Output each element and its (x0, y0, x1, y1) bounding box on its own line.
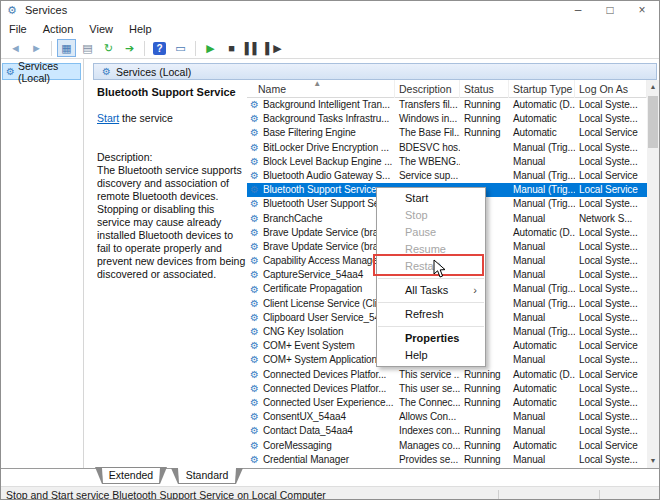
service-name-cell: ⚙Certificate Propagation (247, 282, 395, 296)
close-button[interactable]: × (627, 1, 657, 21)
service-logon-cell: Local Syste... (575, 155, 647, 169)
service-row[interactable]: ⚙Block Level Backup Engine ...The WBENG.… (247, 155, 647, 169)
scrollbar-thumb[interactable] (648, 96, 658, 148)
restart-service-button[interactable]: ▌▶ (264, 39, 283, 57)
window-title: Services (25, 4, 67, 16)
service-name-cell: ⚙Background Tasks Infrastru... (247, 112, 395, 126)
menu-file[interactable]: File (1, 21, 35, 38)
menu-item-label: Start (405, 192, 428, 204)
service-name: BitLocker Drive Encryption ... (263, 141, 389, 155)
service-icon: ⚙ (250, 128, 259, 138)
show-window-button[interactable]: ▭ (171, 39, 190, 57)
stop-service-button[interactable]: ■ (222, 39, 241, 57)
context-menu-stop[interactable]: Stop (377, 207, 485, 224)
service-startup-cell: Manual (509, 240, 575, 254)
service-desc-cell: Manages co... (395, 439, 460, 453)
service-name-cell: ⚙Connected User Experience... (247, 396, 395, 410)
service-logon-cell: Local Syste... (575, 240, 647, 254)
service-row[interactable]: ⚙Contact Data_54aa4Indexes con...Running… (247, 424, 647, 438)
context-menu-all-tasks[interactable]: All Tasks› (377, 282, 485, 299)
service-icon: ⚙ (250, 313, 259, 323)
menu-action[interactable]: Action (35, 21, 82, 38)
service-icon: ⚙ (250, 327, 259, 337)
service-name-cell: ⚙Brave Update Service (brav... (247, 240, 395, 254)
service-icon: ⚙ (250, 355, 259, 365)
properties-button[interactable]: ▤ (78, 39, 97, 57)
service-logon-cell: Local Syste... (575, 197, 647, 211)
service-startup-cell: Manual (Trig... (509, 169, 575, 183)
scroll-up-icon[interactable]: ▲ (647, 80, 659, 94)
column-header-status[interactable]: Status (460, 80, 509, 98)
tab-standard[interactable]: Standard (171, 468, 243, 484)
service-row[interactable]: ⚙Base Filtering EngineThe Base Fil...Run… (247, 126, 647, 140)
mouse-cursor (433, 259, 447, 279)
service-logon-cell: Local Service (575, 169, 647, 183)
back-button[interactable]: ◄ (6, 39, 25, 57)
column-header-startup[interactable]: Startup Type (509, 80, 575, 98)
service-icon: ⚙ (250, 185, 259, 195)
service-row[interactable]: ⚙CoreMessagingManages co...RunningAutoma… (247, 439, 647, 453)
service-startup-cell: Manual (Trig... (509, 297, 575, 311)
service-desc-cell: The Base Fil... (395, 126, 460, 140)
panel-header-icon: ⚙ (102, 67, 111, 77)
service-name: ConsentUX_54aa4 (263, 410, 346, 424)
service-row[interactable]: ⚙ConsentUX_54aa4Allows Con...ManualLocal… (247, 410, 647, 424)
scroll-down-icon[interactable]: ▼ (647, 454, 659, 468)
service-row[interactable]: ⚙Background Tasks Infrastru...Windows in… (247, 112, 647, 126)
export-list-button[interactable]: ➔ (120, 39, 139, 57)
maximize-button[interactable]: □ (595, 1, 625, 21)
context-menu-refresh[interactable]: Refresh (377, 306, 485, 323)
tab-extended[interactable]: Extended (95, 467, 167, 484)
service-startup-cell: Manual (Trig... (509, 197, 575, 211)
service-name-cell: ⚙Bluetooth Audio Gateway S... (247, 169, 395, 183)
context-menu-start[interactable]: Start (377, 190, 485, 207)
column-header-label: Startup Type (513, 83, 572, 95)
tree-item-services-local[interactable]: ⚙ Services (Local) (2, 63, 81, 80)
minimize-button[interactable]: – (563, 1, 593, 21)
service-icon: ⚙ (250, 455, 259, 465)
service-row[interactable]: ⚙Credential ManagerProvides se...Running… (247, 453, 647, 467)
service-row[interactable]: ⚙Connected User Experience...The Connec.… (247, 396, 647, 410)
tab-strip: ExtendedStandard (95, 468, 243, 485)
service-row[interactable]: ⚙Connected Devices Platfor...This user s… (247, 382, 647, 396)
service-logon-cell: Local Syste... (575, 268, 647, 282)
column-header-desc[interactable]: Description (395, 80, 460, 98)
back-icon: ◄ (10, 43, 21, 54)
refresh-button[interactable]: ↻ (99, 39, 118, 57)
context-menu-properties[interactable]: Properties (377, 330, 485, 347)
service-row[interactable]: ⚙Background Intelligent Tran...Transfers… (247, 98, 647, 112)
service-name-cell: ⚙CoreMessaging (247, 439, 395, 453)
service-logon-cell: Local Syste... (575, 254, 647, 268)
refresh-icon: ↻ (104, 43, 113, 54)
service-icon: ⚙ (250, 100, 259, 110)
service-row[interactable]: ⚙Connected Devices Platfor...This servic… (247, 368, 647, 382)
pause-service-button[interactable]: ▌▌ (243, 39, 262, 57)
service-desc-cell: The WBENG... (395, 155, 460, 169)
show-console-tree-button[interactable]: ▦ (57, 39, 76, 57)
vertical-scrollbar[interactable]: ▲ ▼ (647, 80, 659, 468)
service-row[interactable]: ⚙Bluetooth Audio Gateway S...Service sup… (247, 169, 647, 183)
service-name-cell: ⚙BitLocker Drive Encryption ... (247, 141, 395, 155)
help-button[interactable]: ? (150, 39, 169, 57)
service-startup-cell: Manual (509, 410, 575, 424)
service-desc-cell: Transfers fil... (395, 98, 460, 112)
start-service-link[interactable]: Start (97, 112, 119, 124)
service-name: Block Level Backup Engine ... (263, 155, 392, 169)
menu-view[interactable]: View (81, 21, 121, 38)
main-area: ⚙ Services (Local) ⚙ Services (Local) Bl… (1, 59, 659, 468)
start-service-button[interactable]: ▶ (201, 39, 220, 57)
service-logon-cell: Local Service (575, 126, 647, 140)
column-header-logon[interactable]: Log On As (575, 80, 647, 98)
service-startup-cell: Automatic (509, 126, 575, 140)
context-menu-pause[interactable]: Pause (377, 224, 485, 241)
service-name: COM+ System Application (263, 353, 377, 367)
column-header-name[interactable]: Name▲ (247, 80, 395, 98)
menu-separator (378, 278, 484, 279)
service-name: Bluetooth User Support Ser... (263, 197, 390, 211)
service-name-cell: ⚙Connected Devices Platfor... (247, 382, 395, 396)
menu-help[interactable]: Help (121, 21, 160, 38)
service-row[interactable]: ⚙BitLocker Drive Encryption ...BDESVC ho… (247, 141, 647, 155)
forward-button[interactable]: ► (27, 39, 46, 57)
context-menu-help[interactable]: Help (377, 347, 485, 364)
service-name: Base Filtering Engine (263, 126, 356, 140)
